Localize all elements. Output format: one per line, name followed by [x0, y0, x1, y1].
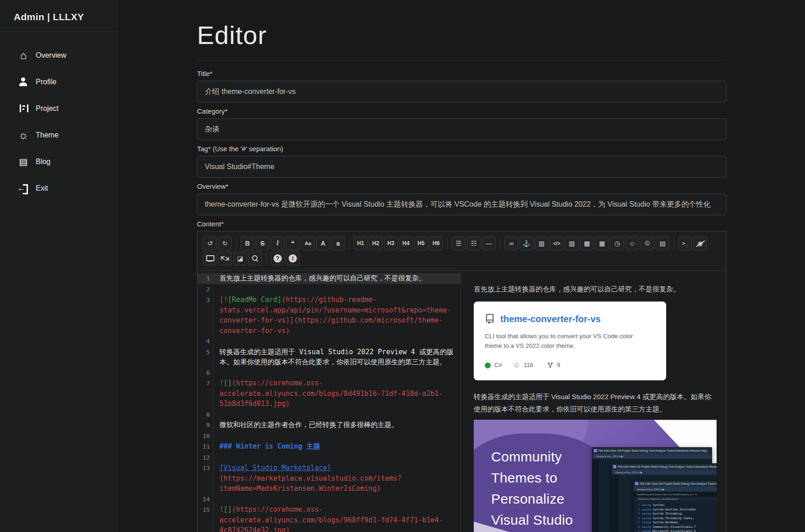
category-input[interactable]	[197, 118, 727, 140]
fork-icon	[547, 362, 553, 368]
line-number: 10	[197, 431, 210, 442]
goto-line-button[interactable]: >_	[678, 236, 692, 250]
sidebar-item-label: Profile	[36, 78, 56, 86]
title-divider	[197, 60, 727, 60]
editor-line: 14	[197, 494, 460, 505]
image-button[interactable]: ▨	[535, 236, 548, 250]
preformatted-text-button[interactable]: ▧	[565, 236, 579, 250]
banner-heading-line: Visual Studio	[491, 510, 573, 531]
sidebar-item-overview[interactable]: Overview	[0, 42, 118, 69]
editor-line: 10	[197, 431, 460, 442]
sidebar-item-profile[interactable]: Profile	[0, 69, 118, 95]
datetime-button[interactable]: ◷	[610, 236, 624, 250]
ucwords-button[interactable]: Aa	[301, 236, 315, 250]
search-button[interactable]	[248, 252, 262, 265]
toolbar-separator	[447, 237, 448, 249]
markdown-source-pane[interactable]: 1首先放上主题转换器的仓库，感兴趣的可以自己研究，不是很复杂。23[![Read…	[197, 271, 461, 532]
h2-button[interactable]: H2	[369, 236, 383, 250]
code-button[interactable]: </>	[550, 236, 564, 250]
sidebar-item-label: Project	[36, 104, 59, 113]
redo-button[interactable]: ↻	[218, 236, 232, 250]
repo-description: CLI tool that allows you to convert your…	[485, 332, 636, 351]
preview-icon	[206, 255, 214, 262]
line-content: [Visual Studio Marketplace](https://mark…	[210, 463, 460, 494]
line-content	[210, 452, 460, 463]
lowercase-button[interactable]: a	[331, 236, 345, 250]
preview-button[interactable]	[203, 252, 217, 265]
pagebreak-button[interactable]: ▤	[656, 236, 669, 250]
banner-heading-line: Themes to	[491, 467, 573, 488]
h3-button[interactable]: H3	[384, 236, 398, 250]
tag-input[interactable]	[197, 156, 727, 178]
line-number: 3	[197, 295, 210, 336]
bold-button[interactable]: B	[241, 236, 254, 250]
fullscreen-button[interactable]: ⇱⇲	[218, 252, 232, 265]
link-icon: ∞	[509, 240, 514, 247]
sidebar-item-theme[interactable]: Theme	[0, 122, 118, 148]
sidebar-item-blog[interactable]: Blog	[0, 148, 118, 175]
undo-button[interactable]: ↺	[203, 236, 217, 250]
user-icon	[17, 77, 29, 87]
line-number: 15	[197, 505, 210, 532]
html-entities-button[interactable]: ©	[641, 236, 654, 250]
quote-icon: ❝	[291, 240, 295, 247]
page-title: Editor	[197, 0, 727, 50]
title-input[interactable]	[197, 81, 727, 103]
sidebar-item-label: Overview	[36, 51, 66, 60]
sidebar-item-exit[interactable]: Exit	[0, 175, 118, 202]
editor-line: 9微软和社区的主题作者合作，已经转换了很多很棒的主题。	[197, 420, 460, 431]
line-content	[210, 494, 460, 505]
line-number: 5	[197, 347, 210, 367]
emoji-button[interactable]: ☺	[625, 236, 639, 250]
content-label: Content*	[197, 220, 727, 228]
h6-button[interactable]: H6	[429, 236, 443, 250]
h4-button[interactable]: H4	[399, 236, 413, 250]
hr-button[interactable]: —	[482, 236, 496, 250]
line-number: 2	[197, 284, 210, 295]
strikethrough-button[interactable]: S	[256, 236, 269, 250]
editor-line: 15![](https://corehome.oss-accelerate.al…	[197, 505, 460, 532]
clear-button[interactable]: ◪	[233, 252, 247, 265]
sidebar-item-label: Blog	[36, 158, 50, 166]
editor-line: 6	[197, 367, 460, 378]
repo-language: C#	[494, 360, 502, 370]
h5-button[interactable]: H5	[414, 236, 428, 250]
italic-button[interactable]: I	[271, 236, 285, 250]
list-ol-button[interactable]: ☷	[467, 236, 481, 250]
info-button[interactable]: i	[286, 252, 300, 265]
editor-line: 2	[197, 284, 460, 295]
code-block-icon: ▩	[584, 240, 590, 247]
editor-line: 1首先放上主题转换器的仓库，感兴趣的可以自己研究，不是很复杂。	[197, 273, 460, 284]
preview-paragraph: 转换器生成的主题适用于 Visual Studio 2022 Preview 4…	[474, 390, 713, 415]
goto-line-icon: >_	[682, 241, 688, 246]
table-button[interactable]: ▦	[595, 236, 609, 250]
italic-icon: I	[276, 240, 279, 247]
help-button[interactable]: ?	[271, 252, 285, 265]
vs-logo-icon	[613, 465, 616, 468]
quote-button[interactable]: ❝	[286, 236, 300, 250]
sidebar-item-project[interactable]: Project	[0, 95, 118, 122]
code-block-button[interactable]: ▩	[580, 236, 594, 250]
toolbar-row-2: ⇱⇲◪?i	[203, 252, 721, 265]
watch-button[interactable]: ◉	[693, 236, 707, 250]
sidebar-item-label: Exit	[36, 184, 48, 192]
list-ul-button[interactable]: ☰	[452, 236, 465, 250]
repo-title-link[interactable]: theme-converter-for-vs	[500, 311, 601, 327]
h1-icon: H1	[357, 240, 364, 247]
line-number: 14	[197, 494, 210, 505]
category-label: Category*	[197, 107, 727, 115]
uppercase-button[interactable]: A	[316, 236, 330, 250]
line-content: 微软和社区的主题作者合作，已经转换了很多很棒的主题。	[210, 420, 460, 431]
link-button[interactable]: ∞	[504, 236, 518, 250]
editor-toolbar: ↺↻BSI❝AaAaH1H2H3H4H5H6☰☷—∞⚓▨</>▧▩▦◷☺©▤>_…	[197, 231, 726, 271]
line-content: ![](https://corehome.oss-accelerate.aliy…	[210, 378, 460, 409]
anchor-button[interactable]: ⚓	[520, 236, 533, 250]
editor-line: 5转换器生成的主题适用于 Visual Studio 2022 Preview …	[197, 347, 460, 367]
star-count: 118	[524, 360, 533, 370]
line-content	[210, 431, 460, 442]
overview-input[interactable]	[197, 193, 727, 215]
h1-button[interactable]: H1	[354, 236, 367, 250]
github-repo-card: theme-converter-for-vs CLI tool that all…	[474, 302, 666, 380]
hr-icon: —	[486, 240, 492, 247]
sidebar: Admin | LLLXY Overview Profile Project T…	[0, 0, 118, 532]
